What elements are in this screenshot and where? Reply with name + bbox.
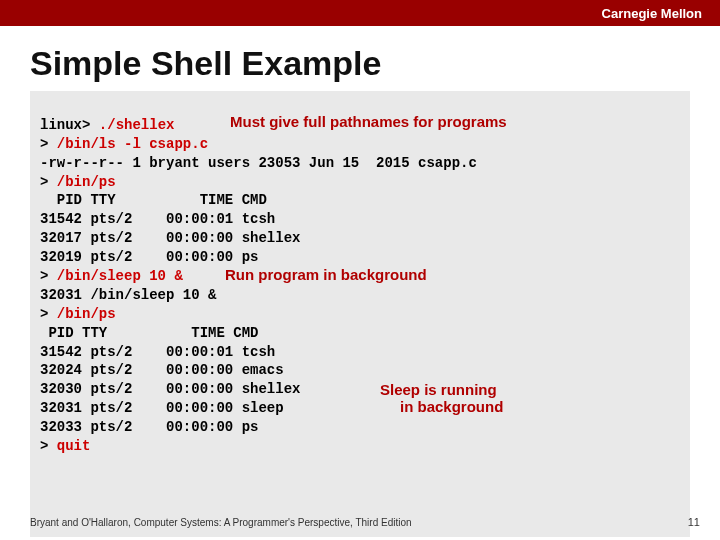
output-line: PID TTY TIME CMD xyxy=(40,325,258,341)
note-fullpath: Must give full pathnames for programs xyxy=(230,113,507,130)
page-number: 11 xyxy=(688,516,700,528)
output-line: -rw-r--r-- 1 bryant users 23053 Jun 15 2… xyxy=(40,155,477,171)
output-line: 31542 pts/2 00:00:01 tcsh xyxy=(40,211,275,227)
top-bar: Carnegie Mellon xyxy=(0,0,720,26)
cmd-ps1: /bin/ps xyxy=(48,174,115,190)
cmd-ls: /bin/ls -l csapp.c xyxy=(48,136,208,152)
output-line: 32031 /bin/sleep 10 & xyxy=(40,287,216,303)
output-line: 32030 pts/2 00:00:00 shellex xyxy=(40,381,300,397)
output-line: 32033 pts/2 00:00:00 ps xyxy=(40,419,258,435)
output-line: 32031 pts/2 00:00:00 sleep xyxy=(40,400,284,416)
cmd-shellex: ./shellex xyxy=(90,117,174,133)
prompt: linux> xyxy=(40,117,90,133)
note-sleep-1: Sleep is running xyxy=(380,381,497,398)
cmd-quit: quit xyxy=(48,438,90,454)
terminal-block: linux> ./shellex > /bin/ls -l csapp.c -r… xyxy=(30,91,690,537)
slide-title: Simple Shell Example xyxy=(30,44,720,83)
note-sleep-2: in background xyxy=(400,398,503,415)
note-background: Run program in background xyxy=(225,266,427,283)
output-line: 32017 pts/2 00:00:00 shellex xyxy=(40,230,300,246)
output-line: PID TTY TIME CMD xyxy=(40,192,267,208)
output-line: 31542 pts/2 00:00:01 tcsh xyxy=(40,344,275,360)
output-line: 32019 pts/2 00:00:00 ps xyxy=(40,249,258,265)
cmd-ps2: /bin/ps xyxy=(48,306,115,322)
brand-label: Carnegie Mellon xyxy=(602,6,702,21)
cmd-sleep: /bin/sleep 10 & xyxy=(48,268,182,284)
footer-text: Bryant and O'Hallaron, Computer Systems:… xyxy=(30,517,412,528)
output-line: 32024 pts/2 00:00:00 emacs xyxy=(40,362,284,378)
